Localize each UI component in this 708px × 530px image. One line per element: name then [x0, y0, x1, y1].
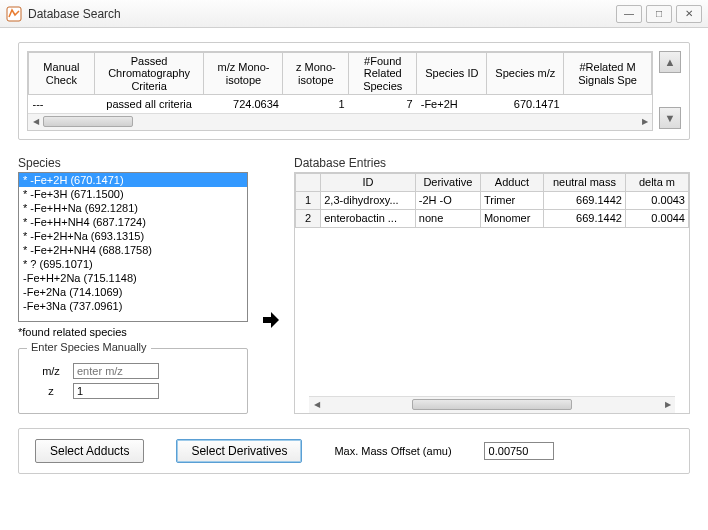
db-row[interactable]: 12,3-dihydroxy...-2H -OTrimer669.14420.0…: [296, 191, 689, 209]
manual-entry-legend: Enter Species Manually: [27, 341, 151, 353]
db-col-deriv: Derivative: [415, 173, 480, 191]
species-item[interactable]: * -Fe+3H (671.1500): [19, 187, 247, 201]
species-item[interactable]: * -Fe+2H+Na (693.1315): [19, 229, 247, 243]
z-label: z: [29, 385, 73, 397]
manual-entry-group: Enter Species Manually m/z z: [18, 348, 248, 414]
minimize-button[interactable]: —: [616, 5, 642, 23]
col-passed-criteria: Passed Chromatography Criteria: [94, 53, 204, 95]
arrow-right-icon: [261, 310, 281, 330]
close-button[interactable]: ✕: [676, 5, 702, 23]
species-label: Species: [18, 156, 248, 170]
scroll-thumb[interactable]: [412, 399, 572, 410]
col-nfound: #Found Related Species: [349, 53, 417, 95]
top-panel: Manual Check Passed Chromatography Crite…: [18, 42, 690, 140]
select-derivatives-button[interactable]: Select Derivatives: [176, 439, 302, 463]
db-row[interactable]: 2enterobactin ...noneMonomer669.14420.00…: [296, 209, 689, 227]
db-col-rownum: [296, 173, 321, 191]
col-manual-check: Manual Check: [29, 53, 95, 95]
row-down-button[interactable]: ▼: [659, 107, 681, 129]
scroll-left-icon[interactable]: ◀: [309, 397, 324, 412]
z-input[interactable]: [73, 383, 159, 399]
arrow-divider: [258, 156, 284, 414]
col-z-mono: z Mono-isotope: [283, 53, 349, 95]
offset-label: Max. Mass Offset (amu): [334, 445, 451, 457]
results-hscrollbar[interactable]: ◀ ▶: [28, 113, 652, 130]
species-item[interactable]: -Fe+2Na (714.1069): [19, 285, 247, 299]
row-up-button[interactable]: ▲: [659, 51, 681, 73]
db-col-adduct: Adduct: [480, 173, 543, 191]
col-related: #Related M Signals Spe: [564, 53, 652, 95]
mz-label: m/z: [29, 365, 73, 377]
offset-input[interactable]: [484, 442, 554, 460]
db-col-dm: delta m: [625, 173, 688, 191]
db-col-id: ID: [321, 173, 416, 191]
species-item[interactable]: * ? (695.1071): [19, 257, 247, 271]
species-item[interactable]: * -Fe+H+Na (692.1281): [19, 201, 247, 215]
maximize-button[interactable]: □: [646, 5, 672, 23]
table-row[interactable]: --- passed all criteria 724.0634 1 7 -Fe…: [29, 95, 652, 113]
db-table[interactable]: ID Derivative Adduct neutral mass delta …: [294, 172, 690, 414]
mz-input[interactable]: [73, 363, 159, 379]
col-mz-mono: m/z Mono-isotope: [204, 53, 283, 95]
scroll-right-icon[interactable]: ▶: [637, 114, 652, 129]
window-title: Database Search: [28, 7, 121, 21]
scroll-right-icon[interactable]: ▶: [660, 397, 675, 412]
scroll-left-icon[interactable]: ◀: [28, 114, 43, 129]
results-table[interactable]: Manual Check Passed Chromatography Crite…: [27, 51, 653, 131]
species-item[interactable]: * -Fe+H+NH4 (687.1724): [19, 215, 247, 229]
species-listbox[interactable]: * -Fe+2H (670.1471)* -Fe+3H (671.1500)* …: [18, 172, 248, 322]
species-item[interactable]: * -Fe+2H (670.1471): [19, 173, 247, 187]
db-col-mass: neutral mass: [543, 173, 625, 191]
db-hscrollbar[interactable]: ◀ ▶: [309, 396, 675, 413]
col-species-mz: Species m/z: [487, 53, 564, 95]
arrow-up-icon: ▲: [665, 56, 676, 68]
select-adducts-button[interactable]: Select Adducts: [35, 439, 144, 463]
arrow-down-icon: ▼: [665, 112, 676, 124]
titlebar: Database Search — □ ✕: [0, 0, 708, 28]
app-icon: [6, 6, 22, 22]
bottom-toolbar: Select Adducts Select Derivatives Max. M…: [18, 428, 690, 474]
col-species-id: Species ID: [417, 53, 487, 95]
species-footnote: *found related species: [18, 326, 248, 338]
species-item[interactable]: -Fe+3Na (737.0961): [19, 299, 247, 313]
species-item[interactable]: -Fe+H+2Na (715.1148): [19, 271, 247, 285]
species-item[interactable]: * -Fe+2H+NH4 (688.1758): [19, 243, 247, 257]
scroll-thumb[interactable]: [43, 116, 133, 127]
db-label: Database Entries: [294, 156, 690, 170]
